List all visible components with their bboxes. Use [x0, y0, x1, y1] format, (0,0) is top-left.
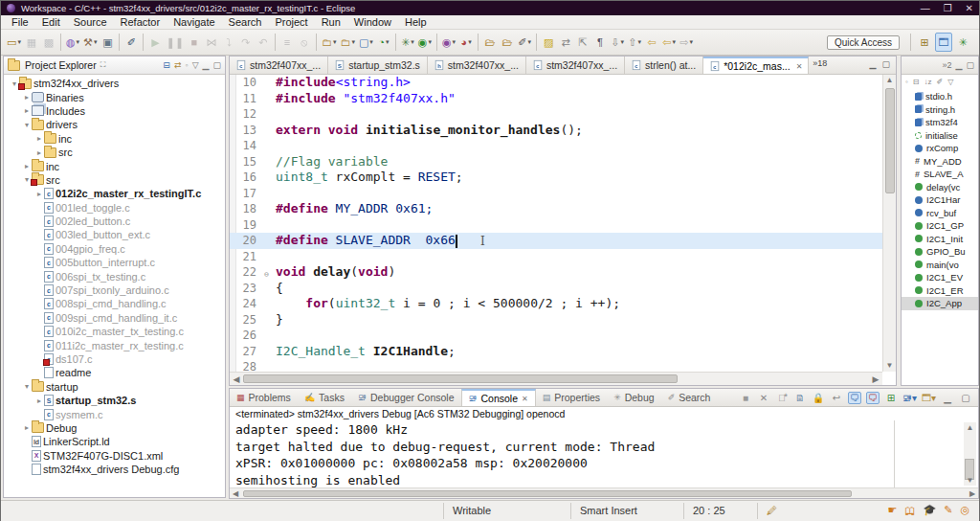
- editor-mode-icon[interactable]: 🖉: [767, 505, 777, 516]
- terminate-icon[interactable]: ■: [186, 33, 203, 52]
- link-editor-icon[interactable]: ⇄: [174, 60, 182, 70]
- save-icon[interactable]: ▦: [23, 33, 40, 52]
- help-book-icon[interactable]: 🕮: [904, 505, 915, 516]
- debug-perspective-icon[interactable]: ✳: [954, 33, 971, 52]
- scroll-lock-icon[interactable]: 🔒: [812, 393, 825, 403]
- console-view-tab[interactable]: 🖳Debugger Console: [351, 389, 461, 406]
- editor-tab[interactable]: cstm32f407xx_...: [230, 57, 328, 74]
- scroll-down-icon[interactable]: ▼: [883, 360, 896, 372]
- open-resource-icon[interactable]: 🗁: [499, 33, 516, 52]
- code-editor[interactable]: 10#include<string.h>11#include "stm32f40…: [230, 75, 882, 372]
- editor-tab[interactable]: cstm32f407xx_...: [526, 57, 625, 74]
- step-return-icon[interactable]: ↶: [255, 33, 272, 52]
- tree-item[interactable]: ▾startup: [4, 380, 225, 394]
- menu-source[interactable]: Source: [67, 16, 114, 28]
- outline-item[interactable]: rcv_buf: [902, 207, 978, 220]
- next-annotation-icon[interactable]: ⇩▾: [609, 33, 626, 52]
- tree-item[interactable]: c008spi_cmd_handling.c: [4, 297, 225, 310]
- search-pencil-icon[interactable]: ✐▾: [516, 33, 533, 52]
- build-active-icon[interactable]: ◍▾: [64, 33, 81, 52]
- tree-item[interactable]: c005button_interrupt.c: [4, 256, 225, 269]
- menu-file[interactable]: File: [5, 16, 35, 28]
- editor-vertical-scrollbar[interactable]: ▲ ▼: [882, 75, 896, 372]
- outline-item[interactable]: I2C1_Init: [902, 233, 978, 246]
- tree-item[interactable]: c004gpio_freq.c: [4, 242, 225, 256]
- scroll-right-icon[interactable]: ▶: [869, 374, 882, 384]
- mark-occurrences-icon[interactable]: ▨: [540, 33, 557, 52]
- tree-expand-icon[interactable]: ▸: [22, 93, 32, 102]
- build-all-icon[interactable]: ⚒▾: [81, 33, 99, 52]
- collapse-all-icon[interactable]: ⊟: [913, 78, 920, 86]
- external-tools-icon[interactable]: ◕▾: [457, 33, 475, 52]
- scroll-down-icon[interactable]: ▼: [964, 475, 976, 486]
- search-actions-icon[interactable]: ✐: [122, 33, 140, 52]
- console-view-tab[interactable]: ✍Tasks: [298, 389, 351, 406]
- minimize-view-icon[interactable]: ▁: [941, 393, 954, 403]
- link-with-editor-icon[interactable]: ⇄: [557, 33, 574, 52]
- scrollbar-thumb[interactable]: [243, 490, 852, 497]
- scroll-up-icon[interactable]: ▲: [883, 75, 896, 86]
- tree-item[interactable]: c002led_button.c: [4, 215, 225, 228]
- focus-icon[interactable]: ◦: [905, 78, 908, 86]
- last-edit-location-icon[interactable]: ⇱: [574, 33, 591, 52]
- new-wizard-icon[interactable]: ▭▾: [5, 33, 23, 52]
- resume-icon[interactable]: ▶: [146, 33, 164, 52]
- editor-tab[interactable]: c*012i2c_mas...✕: [703, 57, 809, 74]
- menu-help[interactable]: Help: [398, 16, 434, 28]
- outline-item[interactable]: I2C_App: [902, 297, 978, 310]
- progress-icon[interactable]: ◎: [960, 504, 969, 516]
- remove-all-launches-icon[interactable]: ✕⃰: [775, 393, 789, 403]
- console-view-tab[interactable]: ✳Debug: [607, 389, 661, 406]
- prev-annotation-icon[interactable]: ⇧▾: [626, 33, 643, 52]
- editor-tab[interactable]: cstrlen() at...: [625, 57, 703, 74]
- tree-item[interactable]: c007spi_txonly_arduino.c: [4, 283, 225, 297]
- tree-item[interactable]: ▸Includes: [4, 104, 225, 118]
- tree-item[interactable]: ▸inc: [4, 132, 225, 146]
- editor-tab[interactable]: hstm32f407xx_...: [428, 57, 526, 74]
- suspend-icon[interactable]: ❚❚: [164, 33, 185, 52]
- tree-item[interactable]: c010i2c_master_tx_testing.c: [4, 325, 225, 338]
- maximize-view-icon[interactable]: ▢: [881, 59, 890, 74]
- outline-item[interactable]: #MY_ADD: [902, 155, 978, 169]
- outline-item[interactable]: stdio.h: [902, 90, 978, 103]
- editor-horizontal-scrollbar[interactable]: ◀ ▶: [230, 372, 882, 385]
- outline-item[interactable]: delay(vc: [902, 181, 978, 194]
- open-type-icon[interactable]: 🗁: [481, 33, 499, 52]
- show-whitespace-icon[interactable]: ¶: [591, 33, 609, 52]
- outline-item[interactable]: initialise: [902, 129, 978, 143]
- pin-console-icon[interactable]: 🗨: [848, 392, 861, 404]
- tree-item[interactable]: readme: [4, 366, 225, 379]
- tree-item[interactable]: ▸src: [4, 146, 225, 159]
- minimize-view-icon[interactable]: ▁: [203, 60, 210, 70]
- scrollbar-thumb[interactable]: [243, 374, 678, 383]
- forward-icon[interactable]: ⇨▾: [678, 33, 695, 52]
- terminate-icon[interactable]: ■: [739, 393, 752, 403]
- outline-item[interactable]: I2C1_ER: [902, 284, 978, 298]
- run-icon[interactable]: ◉▾: [416, 33, 434, 52]
- hide-fields-icon[interactable]: ✐: [937, 78, 944, 86]
- save-all-icon[interactable]: ▩: [40, 33, 57, 52]
- new-c-file-icon[interactable]: ▢▾: [357, 33, 375, 52]
- tree-expand-icon[interactable]: ▸: [22, 162, 32, 170]
- profile-icon[interactable]: ◉▾: [440, 33, 457, 52]
- menu-run[interactable]: Run: [315, 16, 347, 28]
- editor-area[interactable]: cstm32f407xx_...Sstartup_stm32.shstm32f4…: [229, 56, 897, 386]
- back-to-icon[interactable]: ⇦: [643, 33, 660, 52]
- maximize-view-icon[interactable]: ▢: [959, 393, 972, 403]
- tree-item[interactable]: cds107.c: [4, 352, 225, 366]
- debug-icon[interactable]: ✳▾: [399, 33, 416, 52]
- outline-item[interactable]: I2C1_GP: [902, 219, 978, 233]
- tree-expand-icon[interactable]: ▸: [22, 423, 32, 432]
- skip-breakpoints-icon[interactable]: ⦸: [296, 33, 313, 52]
- tree-item[interactable]: ▾src: [4, 173, 225, 187]
- menu-edit[interactable]: Edit: [35, 16, 67, 28]
- scroll-up-icon[interactable]: ▲: [964, 422, 976, 433]
- console-view-tab[interactable]: 🖳Console✕: [461, 389, 536, 406]
- console-view-tab[interactable]: ▤Properties: [536, 389, 607, 406]
- step-into-icon[interactable]: ⤵: [220, 33, 237, 52]
- restore-icon[interactable]: ❐: [944, 3, 952, 13]
- scroll-left-icon[interactable]: ◀: [230, 489, 241, 498]
- editor-tab[interactable]: Sstartup_stm32.s: [328, 57, 428, 74]
- word-wrap-icon[interactable]: ↩: [830, 393, 843, 403]
- console-horizontal-scrollbar[interactable]: ◀ ▶: [230, 487, 978, 498]
